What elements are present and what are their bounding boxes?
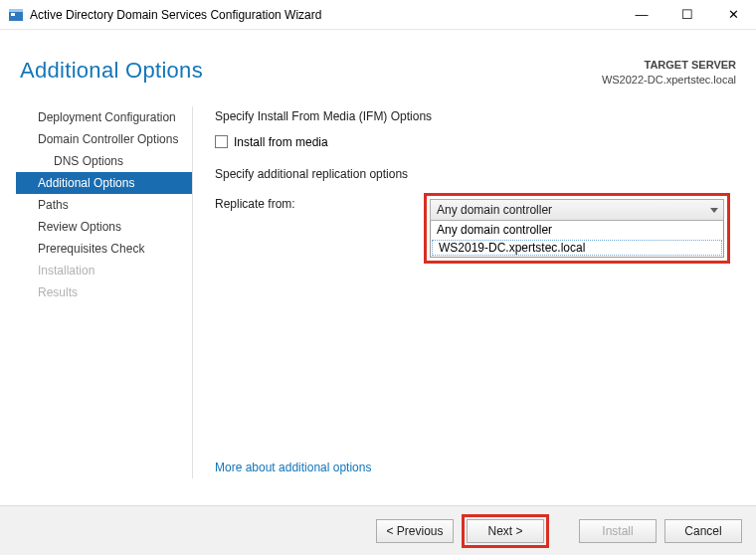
install-from-media-row[interactable]: Install from media bbox=[215, 135, 734, 149]
next-button[interactable]: Next > bbox=[467, 519, 544, 543]
header: Additional Options TARGET SERVER WS2022-… bbox=[0, 30, 756, 106]
install-button: Install bbox=[579, 519, 657, 543]
target-server-value: WS2022-DC.xpertstec.local bbox=[602, 73, 736, 88]
install-from-media-label: Install from media bbox=[234, 135, 328, 149]
window-controls: — ☐ ✕ bbox=[619, 0, 756, 30]
body: Deployment Configuration Domain Controll… bbox=[0, 106, 756, 478]
footer: < Previous Next > Install Cancel bbox=[0, 505, 756, 555]
sidebar-item-review-options[interactable]: Review Options bbox=[16, 216, 192, 238]
replicate-from-label: Replicate from: bbox=[215, 193, 424, 211]
titlebar: Active Directory Domain Services Configu… bbox=[0, 0, 756, 30]
sidebar-item-prerequisites-check[interactable]: Prerequisites Check bbox=[16, 238, 192, 260]
next-button-highlight: Next > bbox=[462, 514, 549, 548]
window-title: Active Directory Domain Services Configu… bbox=[30, 8, 619, 22]
svg-rect-1 bbox=[9, 9, 23, 12]
replicate-from-row: Replicate from: Any domain controller An… bbox=[215, 193, 734, 264]
svg-rect-2 bbox=[11, 13, 15, 16]
page-title: Additional Options bbox=[20, 58, 203, 84]
dropdown-option-ws2019-dc[interactable]: WS2019-DC.xpertstec.local bbox=[432, 240, 722, 256]
sidebar-item-results: Results bbox=[16, 281, 192, 303]
more-about-link[interactable]: More about additional options bbox=[215, 461, 371, 474]
target-server-block: TARGET SERVER WS2022-DC.xpertstec.local bbox=[602, 58, 736, 89]
app-icon bbox=[8, 7, 24, 23]
cancel-button[interactable]: Cancel bbox=[664, 519, 742, 543]
sidebar-item-paths[interactable]: Paths bbox=[16, 194, 192, 216]
install-from-media-checkbox[interactable] bbox=[215, 135, 228, 148]
close-button[interactable]: ✕ bbox=[710, 0, 756, 30]
replicate-from-combobox[interactable]: Any domain controller bbox=[430, 199, 724, 221]
combobox-selected-value: Any domain controller bbox=[437, 203, 552, 217]
sidebar-item-installation: Installation bbox=[16, 260, 192, 281]
content-pane: Specify Install From Media (IFM) Options… bbox=[193, 106, 756, 478]
sidebar-item-deployment-configuration[interactable]: Deployment Configuration bbox=[16, 106, 192, 128]
ifm-heading: Specify Install From Media (IFM) Options bbox=[215, 109, 734, 123]
maximize-button[interactable]: ☐ bbox=[664, 0, 710, 30]
minimize-button[interactable]: — bbox=[619, 0, 664, 30]
dropdown-option-any-dc[interactable]: Any domain controller bbox=[431, 221, 723, 239]
replicate-from-dropdown-highlight: Any domain controller Any domain control… bbox=[424, 193, 730, 264]
replicate-from-options-list: Any domain controller WS2019-DC.xpertste… bbox=[430, 221, 724, 258]
sidebar-item-additional-options[interactable]: Additional Options bbox=[16, 172, 192, 194]
target-server-label: TARGET SERVER bbox=[602, 58, 736, 73]
sidebar-item-domain-controller-options[interactable]: Domain Controller Options bbox=[16, 128, 192, 150]
sidebar: Deployment Configuration Domain Controll… bbox=[16, 106, 193, 478]
sidebar-item-dns-options[interactable]: DNS Options bbox=[16, 150, 192, 172]
replication-heading: Specify additional replication options bbox=[215, 167, 734, 181]
previous-button[interactable]: < Previous bbox=[376, 519, 454, 543]
